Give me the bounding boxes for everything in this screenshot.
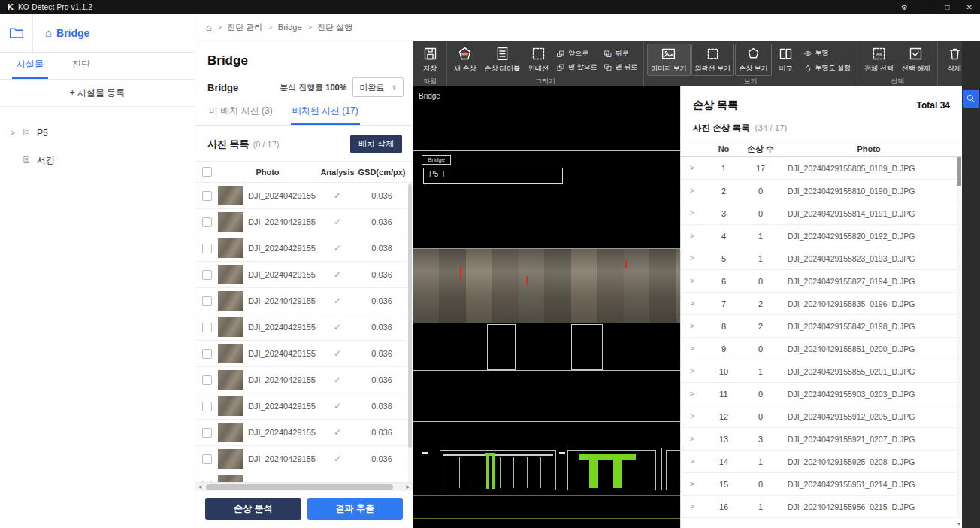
facility-title[interactable]: ⌂ Bridge (33, 26, 89, 39)
damage-row[interactable]: >60DJI_20240429155827_0194_D.JPG (681, 270, 962, 293)
damage-row[interactable]: >51DJI_20240429155823_0193_D.JPG (681, 247, 962, 270)
sidebar-tab[interactable]: 진단 (68, 58, 95, 79)
damage-row[interactable]: >141DJI_20240429155925_0208_D.JPG (681, 451, 962, 473)
breadcrumb-item[interactable]: Bridge (278, 23, 302, 32)
toolbar-send-back-button[interactable]: 맨 뒤로 (602, 61, 640, 74)
scroll-left-icon[interactable]: ◄ (195, 483, 204, 492)
damage-analysis-button[interactable]: 손상 분석 (205, 498, 301, 520)
damage-row[interactable]: >101DJI_20240429155855_0201_D.JPG (681, 360, 962, 383)
magnifier-button[interactable] (963, 90, 979, 108)
expand-chevron-icon[interactable]: > (690, 277, 709, 285)
register-facility-button[interactable]: + 시설물 등록 (0, 80, 195, 107)
damage-row[interactable]: >90DJI_20240429155851_0200_D.JPG (681, 338, 962, 360)
row-checkbox[interactable] (202, 375, 212, 385)
drawing-canvas[interactable]: Bridge Bridge P5_F (413, 86, 962, 528)
extract-results-button[interactable]: 결과 추출 (307, 498, 404, 520)
vertical-scrollbar[interactable] (957, 157, 961, 519)
photo-tab[interactable]: 배치된 사진 (17) (291, 105, 360, 125)
row-checkbox[interactable] (202, 244, 212, 253)
photo-row[interactable]: DJI_20240429155✓0.036 (195, 472, 413, 482)
row-checkbox[interactable] (202, 191, 212, 201)
toolbar-compare-button[interactable]: 비교 (773, 44, 800, 76)
toolbar-image-view-button[interactable]: 이미지 보기 (647, 44, 691, 76)
scroll-down-icon[interactable]: ▼ (956, 520, 962, 528)
horizontal-scrollbar[interactable]: ◄ ► (195, 482, 413, 491)
expand-chevron-icon[interactable]: > (690, 480, 709, 488)
expand-chevron-icon[interactable]: > (690, 164, 709, 172)
open-folder-icon[interactable] (0, 14, 33, 52)
sidebar-tab[interactable]: 시설물 (12, 58, 48, 79)
expand-chevron-icon[interactable]: > (690, 344, 709, 353)
photo-row[interactable]: DJI_20240429155✓0.036 (195, 367, 413, 393)
photo-row[interactable]: DJI_20240429155✓0.036 (195, 262, 413, 288)
photo-row[interactable]: DJI_20240429155✓0.036 (195, 420, 413, 446)
row-checkbox[interactable] (202, 296, 212, 306)
damage-row[interactable]: >82DJI_20240429155842_0198_D.JPG (681, 315, 962, 338)
status-select[interactable]: 미완료 ∨ (352, 77, 404, 97)
expand-chevron-icon[interactable]: > (690, 299, 709, 308)
row-checkbox[interactable] (202, 217, 212, 227)
vertical-scrollbar[interactable] (408, 183, 412, 482)
photo-row[interactable]: DJI_20240429155✓0.036 (195, 393, 413, 420)
crack-mark[interactable] (526, 276, 528, 285)
scroll-right-icon[interactable]: ► (404, 483, 413, 492)
photo-row[interactable]: DJI_20240429155✓0.036 (195, 341, 413, 367)
crack-mark[interactable] (460, 266, 461, 281)
photo-row[interactable]: DJI_20240429155✓0.036 (195, 209, 413, 235)
close-icon[interactable]: ✕ (966, 3, 972, 11)
row-checkbox[interactable] (202, 349, 212, 359)
gear-icon[interactable]: ⚙ (901, 3, 908, 11)
home-icon[interactable]: ⌂ (206, 22, 212, 33)
expand-chevron-icon[interactable]: > (690, 187, 709, 195)
expand-chevron-icon[interactable]: > (690, 322, 709, 330)
damage-row[interactable]: >150DJI_20240429155951_0214_D.JPG (681, 473, 962, 496)
expand-chevron-icon[interactable]: > (690, 435, 709, 443)
minimize-icon[interactable]: – (924, 3, 929, 11)
tree-item[interactable]: 서강 (0, 147, 195, 174)
toolbar-trash-button[interactable]: 삭제 (941, 44, 962, 76)
photo-tab[interactable]: 미 배치 사진 (3) (207, 105, 274, 125)
damage-row[interactable]: >20DJI_20240429155810_0190_D.JPG (681, 180, 962, 202)
toolbar-bring-forward-button[interactable]: 앞으로 (555, 47, 599, 60)
row-checkbox[interactable] (202, 402, 212, 411)
expand-chevron-icon[interactable]: > (690, 367, 709, 375)
toolbar-deselect-button[interactable]: 선택 해제 (898, 44, 935, 76)
photo-row[interactable]: DJI_20240429155✓0.036 (195, 183, 413, 209)
damage-row[interactable]: >72DJI_20240429155835_0196_D.JPG (681, 293, 962, 315)
breadcrumb-item[interactable]: 진단 관리 (227, 22, 262, 33)
toolbar-new-damage-button[interactable]: NEW새 손상 (450, 44, 480, 76)
toolbar-damage-view-button[interactable]: 손상 보기 (735, 44, 772, 76)
photo-row[interactable]: DJI_20240429155✓0.036 (195, 314, 413, 341)
expand-chevron-icon[interactable]: > (690, 254, 709, 262)
row-checkbox[interactable] (202, 323, 212, 332)
row-checkbox[interactable] (202, 270, 212, 280)
photo-mosaic[interactable] (413, 248, 681, 323)
expand-chevron-icon[interactable]: > (690, 232, 709, 240)
expand-chevron-icon[interactable]: > (690, 390, 709, 398)
expand-chevron-icon[interactable]: > (690, 412, 709, 420)
photo-row[interactable]: DJI_20240429155✓0.036 (195, 446, 413, 472)
bridge-tag[interactable]: Bridge (422, 155, 451, 165)
toolbar-damage-table-button[interactable]: 손상 테이블 (481, 44, 525, 76)
toolbar-bring-front-button[interactable]: 맨 앞으로 (555, 61, 599, 74)
maximize-icon[interactable]: □ (945, 3, 950, 11)
damage-row[interactable]: >110DJI_20240429155903_0203_D.JPG (681, 383, 962, 405)
damage-row[interactable]: >161DJI_20240429155956_0215_D.JPG (681, 496, 962, 518)
photo-row[interactable]: DJI_20240429155✓0.036 (195, 288, 413, 314)
damage-row[interactable]: >133DJI_20240429155921_0207_D.JPG (681, 428, 962, 451)
expand-chevron-icon[interactable]: > (11, 129, 17, 137)
select-all-checkbox[interactable] (202, 167, 212, 177)
expand-chevron-icon[interactable]: > (690, 457, 709, 466)
row-checkbox[interactable] (202, 454, 212, 464)
toolbar-eye-button[interactable]: 투명 (802, 47, 853, 59)
damage-row[interactable]: >41DJI_20240429155820_0192_D.JPG (681, 225, 962, 247)
expand-chevron-icon[interactable]: > (690, 209, 709, 217)
row-checkbox[interactable] (202, 428, 212, 438)
toolbar-send-backward-button[interactable]: 뒤로 (602, 47, 640, 60)
toolbar-save-button[interactable]: 저장 (416, 44, 443, 76)
toolbar-guide-line-button[interactable]: 안내선 (525, 44, 552, 76)
damage-row[interactable]: >30DJI_20240429155814_0191_D.JPG (681, 202, 962, 225)
section-box[interactable]: P5_F (423, 168, 563, 184)
damage-row[interactable]: >120DJI_20240429155912_0205_D.JPG (681, 405, 962, 428)
breadcrumb-item[interactable]: 진단 실행 (317, 22, 352, 33)
